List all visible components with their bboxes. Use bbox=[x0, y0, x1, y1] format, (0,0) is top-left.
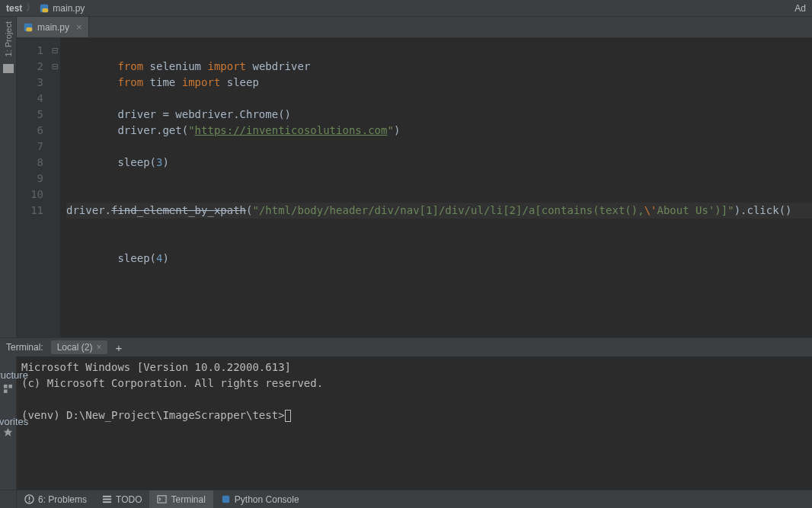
editor-column: main.py × 1234567891011 ⊟ ⊟ from seleniu… bbox=[17, 17, 812, 337]
fold-marker-icon[interactable]: ⊟ bbox=[50, 43, 60, 59]
tool-project[interactable]: 1: Project bbox=[4, 17, 13, 61]
status-todo[interactable]: TODO bbox=[94, 490, 149, 508]
svg-marker-7 bbox=[4, 428, 12, 436]
svg-rect-4 bbox=[4, 385, 8, 388]
status-bar: 6: Problems TODO Terminal Python Console bbox=[0, 490, 812, 508]
svg-rect-1 bbox=[43, 8, 49, 12]
status-left-spacer bbox=[0, 490, 17, 508]
left-tool-strip: 1: Project bbox=[0, 17, 17, 337]
fold-column: ⊟ ⊟ bbox=[50, 38, 60, 337]
line-number: 9 bbox=[18, 171, 43, 187]
line-number: 5 bbox=[18, 107, 43, 123]
terminal-header: Terminal: Local (2) × + bbox=[0, 338, 812, 356]
close-icon[interactable]: × bbox=[76, 21, 82, 33]
python-icon bbox=[221, 494, 231, 504]
star-icon[interactable] bbox=[3, 427, 13, 437]
status-terminal[interactable]: Terminal bbox=[149, 490, 213, 508]
editor-body: 1234567891011 ⊟ ⊟ from selenium import w… bbox=[17, 38, 812, 337]
terminal-icon bbox=[157, 494, 167, 504]
status-terminal-label: Terminal bbox=[171, 494, 205, 505]
status-todo-label: TODO bbox=[116, 494, 142, 505]
breadcrumb-separator-icon: 〉 bbox=[26, 2, 35, 14]
terminal-tab-local[interactable]: Local (2) × bbox=[51, 340, 108, 354]
code-area[interactable]: from selenium import webdriver from time… bbox=[60, 38, 812, 337]
breadcrumb-file[interactable]: main.py bbox=[39, 3, 85, 14]
line-number-gutter: 1234567891011 bbox=[18, 38, 50, 337]
breadcrumb-project[interactable]: test bbox=[6, 3, 22, 14]
terminal-panel: Terminal: Local (2) × + 7: Structure 2: … bbox=[0, 337, 812, 490]
line-number: 4 bbox=[18, 91, 43, 107]
svg-rect-11 bbox=[103, 496, 111, 497]
svg-rect-9 bbox=[29, 497, 30, 500]
svg-rect-6 bbox=[4, 389, 8, 393]
editor-tabs: main.py × bbox=[17, 17, 812, 38]
breadcrumb-bar: test 〉 main.py Ad bbox=[0, 0, 812, 17]
svg-rect-12 bbox=[103, 499, 111, 500]
svg-rect-10 bbox=[29, 501, 30, 502]
line-number: 3 bbox=[18, 75, 43, 91]
close-icon[interactable]: × bbox=[96, 342, 101, 353]
fold-marker-icon[interactable]: ⊟ bbox=[50, 59, 60, 75]
terminal-title: Terminal: bbox=[6, 342, 43, 353]
warning-icon bbox=[24, 494, 34, 504]
terminal-left-strip: 7: Structure 2: Favorites bbox=[0, 356, 17, 490]
line-number: 7 bbox=[18, 139, 43, 155]
line-number: 8 bbox=[18, 155, 43, 171]
svg-rect-13 bbox=[103, 501, 111, 503]
editor-tab-mainpy[interactable]: main.py × bbox=[17, 17, 89, 37]
status-problems[interactable]: 6: Problems bbox=[17, 490, 94, 508]
line-number: 6 bbox=[18, 123, 43, 139]
terminal-cursor bbox=[285, 410, 291, 422]
line-number: 2 bbox=[18, 59, 43, 75]
python-file-icon bbox=[23, 22, 34, 33]
structure-icon[interactable] bbox=[3, 384, 13, 394]
status-python-console[interactable]: Python Console bbox=[213, 490, 307, 508]
line-number: 10 bbox=[18, 187, 43, 203]
top-right-truncated: Ad bbox=[794, 3, 806, 14]
status-problems-label: 6: Problems bbox=[38, 494, 87, 505]
python-file-icon bbox=[39, 3, 50, 14]
svg-rect-15 bbox=[222, 496, 229, 503]
terminal-tab-label: Local (2) bbox=[57, 342, 93, 353]
folder-icon[interactable] bbox=[3, 64, 14, 73]
editor-tab-label: main.py bbox=[37, 22, 69, 33]
line-number: 11 bbox=[18, 203, 43, 219]
list-icon bbox=[102, 494, 112, 504]
status-python-console-label: Python Console bbox=[235, 494, 299, 505]
svg-rect-5 bbox=[8, 385, 12, 388]
svg-rect-14 bbox=[158, 496, 166, 503]
terminal-output[interactable]: Microsoft Windows [Version 10.0.22000.61… bbox=[17, 356, 812, 490]
add-terminal-button[interactable]: + bbox=[115, 341, 122, 354]
main-area: 1: Project main.py × 1234567891011 ⊟ ⊟ f… bbox=[0, 17, 812, 337]
svg-rect-3 bbox=[26, 27, 32, 31]
line-number: 1 bbox=[18, 43, 43, 59]
